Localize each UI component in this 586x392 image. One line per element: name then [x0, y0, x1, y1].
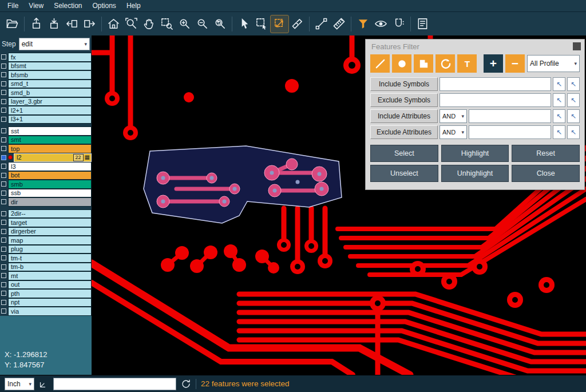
layer-visibility-checkbox[interactable] — [1, 181, 6, 187]
layer-visibility-checkbox[interactable] — [1, 211, 6, 216]
layer-name[interactable]: pth — [8, 289, 92, 298]
pick-from-screen-icon[interactable]: ↖ — [553, 109, 565, 123]
layer-visibility-checkbox[interactable] — [1, 108, 6, 113]
layer-name[interactable]: out — [8, 280, 92, 290]
profile-dropdown[interactable]: All Profile▾ — [527, 55, 580, 72]
layer-visibility-checkbox[interactable] — [1, 90, 6, 95]
include-symbols-input[interactable] — [440, 77, 551, 91]
pick-add-from-screen-icon[interactable]: ↖ — [567, 125, 580, 139]
layer-visibility-checkbox[interactable] — [1, 247, 6, 252]
pick-add-from-screen-icon[interactable]: ↖ — [567, 109, 580, 123]
layer-name[interactable]: bot — [8, 171, 92, 180]
report-icon[interactable] — [414, 15, 431, 33]
step-dropdown[interactable]: edit ▾ — [19, 38, 90, 50]
layer-visibility-checkbox[interactable] — [1, 146, 6, 151]
box-arrow-left-icon[interactable] — [63, 15, 81, 33]
layer-visibility-checkbox[interactable] — [1, 137, 6, 142]
home-icon[interactable] — [105, 15, 122, 33]
layer-visibility-checkbox[interactable] — [1, 300, 6, 305]
pick-add-from-screen-icon[interactable]: ↖ — [567, 93, 580, 107]
layer-name[interactable]: smd_t — [8, 80, 92, 89]
exclude-symbols-button[interactable]: Exclude Symbols — [370, 93, 438, 107]
add-filter-button[interactable]: + — [484, 54, 503, 73]
layer-name[interactable]: 2dir-- — [8, 209, 92, 219]
layer-name[interactable]: mt — [8, 271, 92, 280]
layer-name[interactable]: tm-b — [8, 263, 92, 272]
layer-visibility-checkbox[interactable] — [1, 282, 6, 287]
menu-view[interactable]: View — [23, 1, 49, 11]
layer-name[interactable]: ssb — [8, 189, 92, 198]
layer-name[interactable]: smd_b — [8, 88, 92, 97]
surface-tool-button[interactable] — [414, 54, 433, 73]
layer-name[interactable]: bfsmt — [8, 62, 92, 71]
reset-button[interactable]: Reset — [512, 145, 580, 162]
layer-name[interactable]: npt — [8, 298, 92, 307]
layer-name[interactable]: dirgerber — [8, 227, 92, 236]
zoom-in-icon[interactable] — [176, 15, 193, 33]
angle-mode-icon[interactable] — [39, 379, 49, 389]
pick-from-screen-icon[interactable]: ↖ — [553, 125, 565, 139]
include-attributes-input[interactable] — [469, 109, 551, 123]
refresh-icon[interactable] — [181, 379, 191, 389]
open-folder-icon[interactable] — [3, 15, 21, 33]
line-tool-button[interactable] — [370, 54, 390, 73]
snap-icon[interactable] — [390, 15, 407, 33]
layer-name[interactable]: map — [8, 236, 92, 245]
layer-name[interactable]: target — [8, 218, 92, 227]
highlight-button[interactable]: Highlight — [441, 145, 509, 162]
layer-name[interactable]: fx — [8, 53, 92, 62]
layer-name[interactable]: l222▦ — [14, 153, 92, 163]
include-symbols-button[interactable]: Include Symbols — [370, 77, 438, 91]
layer-visibility-checkbox[interactable] — [1, 72, 6, 77]
units-dropdown[interactable]: Inch ▾ — [5, 378, 34, 390]
menu-help[interactable]: Help — [121, 1, 146, 11]
layer-visibility-checkbox[interactable] — [1, 291, 6, 296]
close-button[interactable]: Close — [512, 165, 580, 182]
layer-visibility-checkbox[interactable] — [1, 155, 6, 160]
layer-visibility-checkbox[interactable] — [1, 128, 6, 133]
layer-visibility-checkbox[interactable] — [1, 255, 6, 260]
box-arrow-down-icon[interactable] — [45, 15, 63, 33]
pan-hand-icon[interactable] — [140, 15, 158, 33]
box-arrow-up-icon[interactable] — [27, 15, 45, 33]
menu-selection[interactable]: Selection — [49, 1, 87, 11]
ruler-icon[interactable] — [330, 15, 348, 33]
select-button[interactable]: Select — [370, 145, 438, 162]
layer-visibility-checkbox[interactable] — [1, 199, 6, 204]
remove-filter-button[interactable]: − — [505, 54, 525, 73]
layer-visibility-checkbox[interactable] — [1, 308, 6, 314]
layer-name[interactable]: top — [8, 144, 92, 153]
box-arrow-right-icon[interactable] — [81, 15, 98, 33]
layer-name[interactable]: tm-t — [8, 254, 92, 263]
measure-line-icon[interactable] — [312, 15, 330, 33]
select-rect-icon[interactable] — [253, 15, 271, 33]
layer-visibility-checkbox[interactable] — [1, 99, 6, 104]
pointer-icon[interactable] — [235, 15, 253, 33]
pick-add-from-screen-icon[interactable]: ↖ — [567, 77, 580, 91]
text-tool-button[interactable]: T — [457, 54, 477, 73]
dialog-title-bar[interactable]: Features Filter — [366, 39, 584, 53]
layer-visibility-checkbox[interactable] — [1, 237, 6, 243]
layer-visibility-checkbox[interactable] — [1, 173, 6, 178]
pick-from-screen-icon[interactable]: ↖ — [553, 77, 565, 91]
layer-name[interactable]: l3+1 — [8, 115, 92, 124]
pick-from-screen-icon[interactable]: ↖ — [553, 93, 565, 107]
include-attributes-button[interactable]: Include Attributes — [370, 109, 438, 123]
exclude-attributes-input[interactable] — [469, 125, 551, 139]
logic-operator-dropdown[interactable]: AND▾ — [440, 125, 467, 139]
layer-visibility-checkbox[interactable] — [1, 64, 6, 69]
layer-visibility-checkbox[interactable] — [1, 81, 6, 86]
layer-name[interactable]: l2+1 — [8, 106, 92, 115]
layer-visibility-checkbox[interactable] — [1, 229, 6, 234]
menu-file[interactable]: File — [2, 1, 23, 11]
layer-name[interactable]: bfsmb — [8, 70, 92, 80]
zoom-fit-icon[interactable] — [122, 15, 140, 33]
layer-visibility-checkbox[interactable] — [1, 191, 6, 196]
layer-visibility-checkbox[interactable] — [1, 164, 6, 169]
exclude-attributes-button[interactable]: Exclude Attributes — [370, 125, 438, 139]
layer-visibility-checkbox[interactable] — [1, 273, 6, 278]
pcb-canvas[interactable]: Features Filter T+−All Profile▾ Include … — [92, 35, 586, 375]
exclude-symbols-input[interactable] — [440, 93, 551, 107]
layer-visibility-checkbox[interactable] — [1, 54, 6, 60]
layer-name[interactable]: smt — [8, 136, 92, 145]
